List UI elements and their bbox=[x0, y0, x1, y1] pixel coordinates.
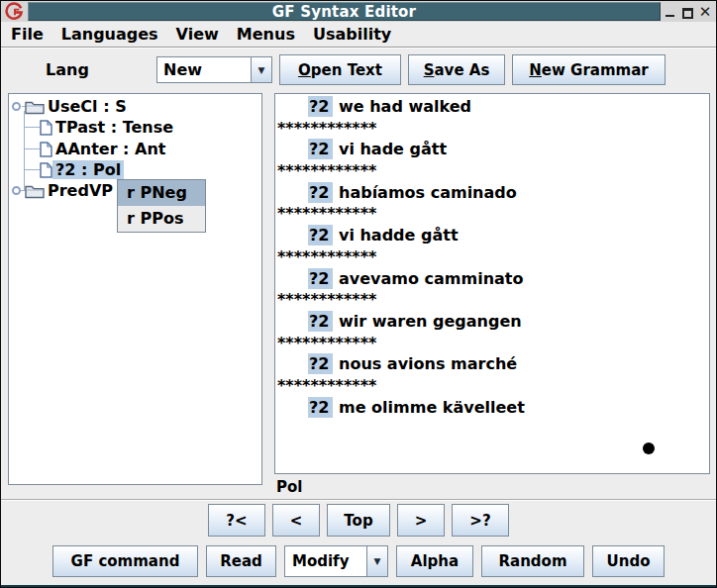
linearization-panel[interactable]: ?2 we had walked************?2 vi hade g… bbox=[274, 93, 710, 474]
alpha-button[interactable]: Alpha bbox=[396, 545, 473, 577]
gf-syntax-editor-window: GF Syntax Editor ✕ File Languages View M… bbox=[0, 0, 717, 588]
title-bar[interactable]: GF Syntax Editor ✕ bbox=[1, 1, 716, 22]
output-separator: ************ bbox=[275, 375, 709, 397]
command-row: GF command Read Modify ▼ Alpha Random Un… bbox=[0, 545, 717, 577]
tree-node-label: AAnter : Ant bbox=[52, 140, 169, 158]
lang-label: Lang bbox=[46, 60, 89, 79]
menu-menus[interactable]: Menus bbox=[237, 25, 304, 44]
maximize-button[interactable] bbox=[680, 5, 694, 19]
tree-node-meta-pol[interactable]: ?2 : Pol bbox=[40, 159, 124, 180]
output-sentence[interactable]: ?2 vi hade gått bbox=[275, 139, 709, 160]
navigation-row: ?< < Top > >? bbox=[0, 504, 717, 537]
menu-file[interactable]: File bbox=[11, 25, 52, 44]
focus-token[interactable]: ?2 bbox=[308, 182, 333, 203]
focus-token[interactable]: ?2 bbox=[308, 268, 333, 289]
bottom-separator bbox=[1, 499, 716, 501]
tree-node-predvp[interactable]: PredVP bbox=[12, 180, 116, 201]
close-icon: ✕ bbox=[699, 5, 712, 19]
tree-node-label: TPast : Tense bbox=[52, 118, 176, 137]
output-sentence[interactable]: ?2 habíamos caminado bbox=[275, 182, 709, 204]
modify-combobox[interactable]: Modify ▼ bbox=[284, 545, 388, 577]
output-separator: ************ bbox=[275, 160, 709, 182]
title-strip[interactable]: GF Syntax Editor bbox=[28, 2, 661, 21]
undo-button[interactable]: Undo bbox=[592, 545, 665, 577]
focus-token[interactable]: ?2 bbox=[308, 225, 333, 245]
menu-bar: File Languages View Menus Usability bbox=[1, 22, 716, 48]
menu-view[interactable]: View bbox=[176, 25, 228, 44]
open-text-button[interactable]: Open Text bbox=[279, 54, 401, 85]
output-separator: ************ bbox=[275, 333, 709, 354]
prev-meta-button[interactable]: ?< bbox=[208, 504, 265, 537]
read-button[interactable]: Read bbox=[206, 545, 276, 577]
tree-collapsed-handle-icon[interactable] bbox=[12, 186, 21, 195]
top-button[interactable]: Top bbox=[327, 504, 390, 537]
new-grammar-button[interactable]: New Grammar bbox=[512, 54, 666, 85]
focus-token[interactable]: ?2 bbox=[308, 139, 333, 159]
gf-logo-icon bbox=[1, 1, 28, 22]
folder-icon bbox=[25, 99, 45, 115]
menu-usability[interactable]: Usability bbox=[313, 25, 400, 44]
tree-node-tpast[interactable]: TPast : Tense bbox=[40, 117, 176, 138]
tree-expanded-handle-icon[interactable] bbox=[12, 102, 21, 111]
modify-combo-arrow-button[interactable]: ▼ bbox=[366, 546, 387, 576]
tree-connector-line bbox=[24, 169, 40, 170]
focus-token[interactable]: ?2 bbox=[308, 96, 333, 117]
output-sentence[interactable]: ?2 we had walked bbox=[275, 96, 709, 118]
output-sentence[interactable]: ?2 me olimme kävelleet bbox=[275, 397, 709, 419]
lang-combo-value: New bbox=[157, 57, 251, 82]
output-sentence[interactable]: ?2 nous avions marché bbox=[275, 353, 709, 375]
window-controls: ✕ bbox=[661, 5, 716, 19]
maximize-icon bbox=[682, 8, 693, 19]
output-separator: ************ bbox=[275, 289, 709, 311]
next-meta-button[interactable]: >? bbox=[452, 504, 509, 537]
syntax-tree-panel[interactable]: UseCl : S TPast : Tense AAnter : Ant ?2 … bbox=[8, 93, 262, 485]
tree-node-label: PredVP bbox=[45, 181, 116, 200]
document-icon bbox=[40, 120, 52, 136]
folder-icon bbox=[25, 183, 45, 199]
focus-token[interactable]: ?2 bbox=[308, 311, 333, 332]
prev-button[interactable]: < bbox=[272, 504, 320, 537]
tree-connector-line bbox=[24, 127, 40, 128]
popup-item-ppos[interactable]: r PPos bbox=[118, 206, 205, 232]
output-sentence[interactable]: ?2 vi hadde gått bbox=[275, 225, 709, 246]
output-separator: ************ bbox=[275, 203, 709, 225]
next-button[interactable]: > bbox=[397, 504, 445, 537]
modify-combo-value: Modify bbox=[285, 546, 366, 576]
save-as-button[interactable]: Save As bbox=[408, 54, 505, 85]
menu-languages[interactable]: Languages bbox=[61, 25, 167, 44]
tree-node-usecl[interactable]: UseCl : S bbox=[12, 96, 130, 117]
output-sentence[interactable]: ?2 wir waren gegangen bbox=[275, 311, 709, 333]
chevron-down-icon: ▼ bbox=[258, 65, 265, 75]
new-grammar-label: New Grammar bbox=[529, 61, 648, 79]
tree-node-aanter[interactable]: AAnter : Ant bbox=[40, 139, 169, 159]
tree-connector-line bbox=[24, 111, 25, 191]
focus-token[interactable]: ?2 bbox=[308, 397, 333, 418]
document-icon bbox=[40, 142, 52, 157]
open-text-label: Open Text bbox=[298, 61, 382, 79]
tree-connector-line bbox=[24, 148, 40, 149]
focus-token[interactable]: ?2 bbox=[308, 353, 333, 374]
save-as-label: Save As bbox=[424, 61, 490, 79]
output-sentence[interactable]: ?2 avevamo camminato bbox=[275, 268, 709, 290]
toolbar: Lang New ▼ Open Text Save As New Grammar bbox=[1, 49, 716, 90]
gf-command-button[interactable]: GF command bbox=[52, 545, 198, 577]
popup-item-pneg[interactable]: r PNeg bbox=[118, 180, 205, 206]
status-strip: Pol bbox=[274, 476, 710, 498]
focused-category-label: Pol bbox=[276, 478, 302, 496]
bullet-dot bbox=[643, 442, 655, 454]
output-lines: ?2 we had walked************?2 vi hade g… bbox=[275, 96, 709, 418]
refinement-popup-menu: r PNeg r PPos bbox=[117, 179, 206, 233]
tree-node-label: UseCl : S bbox=[45, 97, 130, 116]
output-separator: ************ bbox=[275, 118, 709, 140]
random-button[interactable]: Random bbox=[481, 545, 584, 577]
document-icon bbox=[40, 162, 52, 178]
output-separator: ************ bbox=[275, 246, 709, 268]
minimize-button[interactable] bbox=[663, 5, 676, 19]
window-title: GF Syntax Editor bbox=[272, 3, 416, 21]
tree-node-label-selected: ?2 : Pol bbox=[52, 160, 124, 179]
close-button[interactable]: ✕ bbox=[698, 5, 712, 19]
lang-combo-arrow-button[interactable]: ▼ bbox=[251, 57, 271, 82]
lang-combobox[interactable]: New ▼ bbox=[156, 56, 272, 83]
minimize-icon bbox=[666, 15, 674, 17]
chevron-down-icon: ▼ bbox=[374, 556, 381, 566]
